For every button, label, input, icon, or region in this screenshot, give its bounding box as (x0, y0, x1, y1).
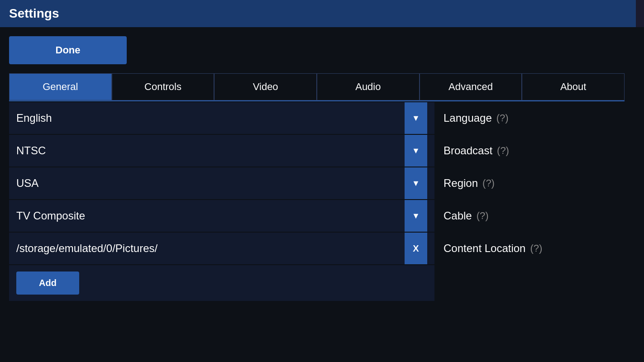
broadcast-help-icon[interactable]: (?) (497, 145, 509, 157)
language-dropdown-arrow[interactable]: ▼ (405, 102, 427, 134)
tab-navigation: General Controls Video Audio Advanced Ab… (9, 73, 625, 101)
broadcast-dropdown-arrow[interactable]: ▼ (405, 135, 427, 167)
broadcast-right: Broadcast (?) (434, 135, 635, 167)
tab-nav-bar: General Controls Video Audio Advanced Ab… (9, 73, 625, 101)
tab-about[interactable]: About (522, 73, 625, 100)
region-arrow-icon: ▼ (412, 179, 420, 188)
language-label: Language (444, 112, 492, 124)
broadcast-left: NTSC ▼ (9, 135, 434, 167)
content-location-help-icon[interactable]: (?) (530, 243, 542, 254)
done-button[interactable]: Done (9, 36, 127, 64)
region-help-icon[interactable]: (?) (482, 177, 495, 189)
content-location-left: /storage/emulated/0/Pictures/ X (9, 233, 434, 264)
dropdown-arrow-icon: ▼ (412, 114, 420, 123)
tab-general[interactable]: General (9, 73, 112, 100)
add-row-filler (434, 265, 635, 302)
content-location-label: Content Location (444, 242, 525, 255)
cable-right: Cable (?) (434, 200, 635, 232)
content-location-right: Content Location (?) (434, 233, 635, 264)
cable-dropdown-arrow[interactable]: ▼ (405, 200, 427, 232)
cable-help-icon[interactable]: (?) (477, 210, 489, 222)
content-location-value: /storage/emulated/0/Pictures/ (16, 242, 405, 255)
done-button-container: Done (9, 36, 635, 64)
add-button-row: Add (9, 265, 434, 301)
cable-row: TV Composite ▼ Cable (?) (9, 200, 635, 232)
cable-left: TV Composite ▼ (9, 200, 434, 232)
region-left: USA ▼ (9, 167, 434, 199)
region-right: Region (?) (434, 167, 635, 199)
cable-arrow-icon: ▼ (412, 211, 420, 221)
language-right: Language (?) (434, 102, 635, 134)
tab-audio[interactable]: Audio (317, 73, 420, 100)
add-button[interactable]: Add (16, 272, 79, 295)
region-dropdown-arrow[interactable]: ▼ (405, 167, 427, 199)
add-button-row-container: Add (9, 265, 635, 302)
broadcast-label: Broadcast (444, 144, 492, 157)
tab-advanced[interactable]: Advanced (420, 73, 522, 100)
title-bar: Settings (0, 0, 644, 27)
language-row: English ▼ Language (?) (9, 102, 635, 134)
region-label: Region (444, 177, 478, 190)
broadcast-value: NTSC (16, 144, 405, 157)
language-help-icon[interactable]: (?) (496, 112, 509, 124)
page-title: Settings (9, 6, 59, 21)
region-value: USA (16, 177, 405, 190)
broadcast-arrow-icon: ▼ (412, 146, 420, 156)
region-row: USA ▼ Region (?) (9, 167, 635, 199)
broadcast-row: NTSC ▼ Broadcast (?) (9, 135, 635, 167)
main-content: Done General Controls Video Audio Advanc… (0, 27, 644, 362)
language-left: English ▼ (9, 102, 434, 134)
language-value: English (16, 112, 405, 124)
settings-container: English ▼ Language (?) NTSC ▼ Broadcast … (9, 102, 635, 302)
content-location-row: /storage/emulated/0/Pictures/ X Content … (9, 233, 635, 264)
cable-label: Cable (444, 210, 472, 222)
tab-controls[interactable]: Controls (112, 73, 215, 100)
tab-video[interactable]: Video (214, 73, 317, 100)
content-location-x-button[interactable]: X (405, 233, 427, 264)
cable-value: TV Composite (16, 210, 405, 222)
x-button-icon: X (413, 243, 419, 254)
